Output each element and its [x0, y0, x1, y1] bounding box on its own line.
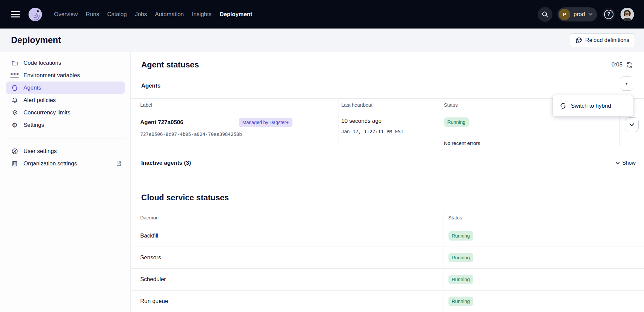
- nav-right-cluster: P prod ?: [538, 7, 634, 22]
- deployment-avatar: P: [559, 9, 570, 20]
- daemon-status-badge: Running: [448, 231, 473, 241]
- caret-down-icon: ▾: [626, 81, 628, 86]
- daemon-status-badge: Running: [448, 297, 473, 306]
- primary-nav: Overview Runs Catalog Jobs Automation In…: [54, 11, 252, 18]
- person-icon: [11, 148, 18, 155]
- heartbeat-relative: 10 seconds ago: [341, 118, 439, 124]
- hamburger-menu-icon[interactable]: [11, 11, 20, 17]
- daemon-name: Scheduler: [140, 276, 166, 282]
- sidebar-item-label: Alert policies: [23, 97, 56, 104]
- sidebar-item-agents[interactable]: Agents: [6, 82, 125, 94]
- inactive-agents-section: Inactive agents (3) Show: [141, 158, 636, 168]
- agent-status-note: No recent errors: [444, 140, 619, 146]
- search-icon: [541, 11, 549, 18]
- daemon-name: Sensors: [140, 254, 161, 261]
- agents-actions-dropdown-button[interactable]: ▾: [620, 76, 633, 91]
- daemon-name: Backfill: [140, 232, 158, 239]
- nav-item-insights[interactable]: Insights: [192, 11, 212, 18]
- agents-actions-menu: Switch to hybrid: [553, 95, 633, 116]
- external-link-icon: [116, 161, 122, 166]
- dagster-logo[interactable]: [28, 7, 43, 22]
- bell-icon: [11, 97, 18, 104]
- gear-icon: ⚙: [11, 121, 18, 129]
- agent-row-dropdown-button[interactable]: [625, 117, 639, 132]
- layers-icon: [11, 109, 18, 116]
- nav-item-jobs[interactable]: Jobs: [135, 11, 147, 18]
- refresh-icon[interactable]: [626, 61, 633, 68]
- reload-package-icon: [576, 37, 582, 44]
- managed-badge: Managed by Dagster+: [239, 118, 292, 127]
- sidebar-item-organization-settings[interactable]: Organization settings: [6, 157, 125, 170]
- sidebar-item-user-settings[interactable]: User settings: [6, 145, 125, 157]
- daemon-name: Run queue: [140, 298, 168, 304]
- cloud-service-statuses-title: Cloud service statuses: [141, 193, 229, 202]
- cloud-services-table: Daemon Status Backfill Running Sensors R…: [131, 211, 644, 312]
- deployment-name: prod: [574, 11, 585, 18]
- reload-definitions-label: Reload definitions: [585, 37, 629, 43]
- chevron-down-icon: [588, 13, 593, 16]
- reload-definitions-button[interactable]: Reload definitions: [570, 33, 635, 47]
- countdown-value: 0:05: [611, 61, 623, 68]
- column-header-label: Label: [131, 99, 338, 112]
- sidebar-item-label: Organization settings: [23, 160, 77, 167]
- show-label: Show: [622, 160, 636, 166]
- sidebar-item-settings[interactable]: ⚙ Settings: [6, 119, 125, 131]
- sidebar-item-label: Agents: [23, 85, 41, 91]
- sidebar-item-code-locations[interactable]: Code locations: [6, 57, 125, 69]
- building-icon: [11, 160, 18, 167]
- menu-item-switch-to-hybrid[interactable]: Switch to hybrid: [571, 103, 611, 109]
- env-vars-icon: ***: [11, 72, 18, 79]
- agent-swap-icon: [560, 103, 566, 109]
- sidebar-item-environment-variables[interactable]: *** Environment variables: [6, 69, 125, 82]
- nav-item-overview[interactable]: Overview: [54, 11, 78, 18]
- search-button[interactable]: [538, 7, 552, 22]
- nav-item-runs[interactable]: Runs: [86, 11, 99, 18]
- sidebar-item-alert-policies[interactable]: Alert policies: [6, 94, 125, 106]
- agent-row: Agent 727a0506 Managed by Dagster+ 727a0…: [131, 112, 644, 146]
- top-nav: Overview Runs Catalog Jobs Automation In…: [0, 0, 644, 29]
- daemon-row: Run queue Running: [131, 291, 644, 312]
- chevron-down-icon: [615, 162, 620, 165]
- deployment-content: Agent statuses 0:05 Agents ▾ Label: [131, 52, 644, 312]
- inactive-agents-label: Inactive agents (3): [141, 160, 191, 166]
- deployment-switcher[interactable]: P prod: [557, 7, 597, 21]
- sidebar-divider: [6, 139, 125, 139]
- daemon-row: Backfill Running: [131, 225, 644, 247]
- agent-statuses-title: Agent statuses: [141, 60, 199, 69]
- sidebar-item-label: Environment variables: [23, 72, 80, 79]
- daemon-row: Sensors Running: [131, 247, 644, 269]
- daemon-row: Scheduler Running: [131, 269, 644, 291]
- agent-swap-icon: [11, 84, 18, 92]
- column-header-last-heartbeat: Last heartbeat: [338, 99, 439, 112]
- deployment-sidebar: Code locations *** Environment variables…: [0, 52, 131, 312]
- nav-item-automation[interactable]: Automation: [155, 11, 184, 18]
- agent-name: Agent 727a0506: [140, 119, 183, 126]
- sidebar-item-label: Settings: [23, 122, 44, 128]
- page-title: Deployment: [11, 35, 61, 45]
- user-avatar[interactable]: [621, 8, 634, 21]
- sidebar-item-concurrency-limits[interactable]: Concurrency limits: [6, 106, 125, 119]
- agents-subheading: Agents: [141, 83, 161, 89]
- refresh-countdown: 0:05: [611, 61, 633, 68]
- folder-icon: [11, 59, 18, 67]
- inactive-agents-show-toggle[interactable]: Show: [615, 160, 636, 166]
- nav-item-catalog[interactable]: Catalog: [107, 11, 127, 18]
- help-button[interactable]: ?: [602, 8, 615, 21]
- agent-uuid: 727a0506-8c97-4b95-a024-70ee3984258b: [140, 132, 338, 137]
- help-icon: ?: [604, 10, 613, 19]
- nav-item-deployment[interactable]: Deployment: [220, 11, 252, 18]
- column-header-daemon: Daemon: [131, 211, 443, 225]
- daemon-status-badge: Running: [448, 253, 473, 262]
- chevron-down-icon: [629, 123, 634, 126]
- sidebar-item-label: User settings: [23, 148, 57, 155]
- column-header-status: Status: [443, 211, 644, 225]
- sidebar-item-label: Concurrency limits: [23, 109, 70, 116]
- sidebar-item-label: Code locations: [23, 60, 61, 66]
- daemon-status-badge: Running: [448, 275, 473, 284]
- heartbeat-timestamp: Jan 17, 1:27:11 PM EST: [341, 129, 439, 134]
- page-header: Deployment Reload definitions: [0, 29, 644, 52]
- agent-status-badge: Running: [444, 117, 469, 127]
